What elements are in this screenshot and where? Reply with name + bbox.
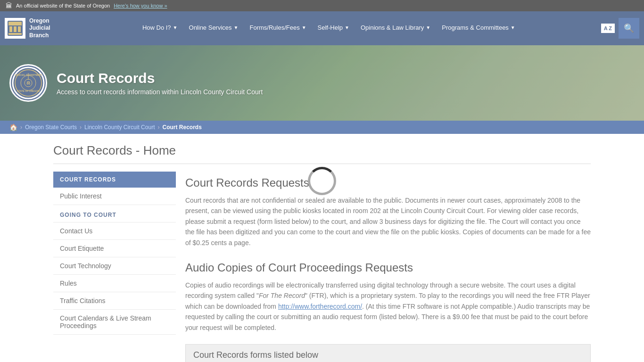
chevron-icon: ▼ <box>173 25 178 30</box>
section2-heading: Audio Copies of Court Proceedings Reques… <box>185 261 591 274</box>
chevron-icon: ▼ <box>511 25 515 30</box>
breadcrumb-current: Court Records <box>162 124 201 131</box>
breadcrumb-oregon-state-courts[interactable]: Oregon State Courts <box>25 124 77 131</box>
nav-self-help[interactable]: Self-Help ▼ <box>313 11 354 45</box>
language-button[interactable]: A︎ Z <box>601 24 615 33</box>
svg-rect-1 <box>8 22 22 25</box>
chevron-icon: ▼ <box>302 25 306 30</box>
top-bar: 🏛 An official website of the State of Or… <box>0 0 644 11</box>
table-section-heading: Court Records forms listed below <box>185 344 591 362</box>
ftr-link[interactable]: http://www.fortherecord.com/ <box>278 303 362 310</box>
svg-rect-5 <box>8 33 22 35</box>
section1-heading: Court Records Requests <box>185 176 591 189</box>
nav-programs-committees[interactable]: Programs & Committees ▼ <box>437 11 520 45</box>
breadcrumb: 🏠 › Oregon State Courts › Lincoln County… <box>0 121 644 134</box>
page-title: Court Records - Home <box>53 143 591 164</box>
hero-content: JUDICIAL DEPARTMENT STATE OF OREGON ⚖ Co… <box>0 45 644 121</box>
sidebar-section-court-records: COURT RECORDS <box>53 172 176 188</box>
sidebar-item-court-calendars[interactable]: Court Calendars & Live Stream Proceeding… <box>53 310 176 335</box>
logo-text: Oregon Judicial Branch <box>29 17 50 40</box>
chevron-icon: ▼ <box>426 25 430 30</box>
content-layout: COURT RECORDS Public Interest GOING TO C… <box>53 172 591 362</box>
sidebar-item-public-interest[interactable]: Public Interest <box>53 188 176 205</box>
chevron-icon: ▼ <box>234 25 239 30</box>
nav-forms-rules-fees[interactable]: Forms/Rules/Fees ▼ <box>245 11 311 45</box>
svg-rect-2 <box>9 26 12 32</box>
chevron-icon: ▼ <box>345 25 349 30</box>
breadcrumb-lincoln-county[interactable]: Lincoln County Circuit Court <box>84 124 155 131</box>
breadcrumb-sep: › <box>20 124 22 131</box>
court-seal: JUDICIAL DEPARTMENT STATE OF OREGON ⚖ <box>9 64 47 102</box>
section2-text: Copies of audio recordings will be elect… <box>185 280 591 333</box>
nav-items: How Do I? ▼ Online Services ▼ Forms/Rule… <box>57 11 601 45</box>
sidebar-section-going-to-court: GOING TO COURT <box>53 205 176 222</box>
logo-icon <box>5 18 25 39</box>
nav-opinions-law-library[interactable]: Opinions & Law Library ▼ <box>356 11 435 45</box>
sidebar-item-court-technology[interactable]: Court Technology <box>53 257 176 275</box>
section1-text: Court records that are not confidential … <box>185 195 591 248</box>
svg-rect-3 <box>14 26 17 32</box>
hero-text: Court Records Access to court records in… <box>57 70 263 96</box>
sidebar-item-rules[interactable]: Rules <box>53 275 176 292</box>
sidebar-item-court-etiquette[interactable]: Court Etiquette <box>53 240 176 257</box>
nav-online-services[interactable]: Online Services ▼ <box>184 11 243 45</box>
sidebar-item-contact-us[interactable]: Contact Us <box>53 222 176 240</box>
main-nav: Oregon Judicial Branch How Do I? ▼ Onlin… <box>0 11 644 45</box>
svg-text:STATE OF OREGON: STATE OF OREGON <box>17 90 40 92</box>
sidebar-item-traffic-citations[interactable]: Traffic Citations <box>53 292 176 310</box>
nav-how-do-i[interactable]: How Do I? ▼ <box>138 11 182 45</box>
home-icon[interactable]: 🏠 <box>9 123 17 131</box>
search-button[interactable]: 🔍 <box>619 18 639 39</box>
breadcrumb-sep: › <box>157 124 159 131</box>
flag-icon: 🏛 <box>6 2 12 9</box>
sidebar: COURT RECORDS Public Interest GOING TO C… <box>53 172 176 362</box>
nav-logo[interactable]: Oregon Judicial Branch <box>5 17 57 40</box>
main-content: Court Records Requests Court records tha… <box>185 172 591 362</box>
nav-right: A︎ Z 🔍 <box>601 18 639 39</box>
section2-italic: For The Record <box>259 292 305 299</box>
official-text: An official website of the State of Oreg… <box>16 3 110 8</box>
svg-text:⚖: ⚖ <box>26 81 30 85</box>
page-content: Court Records - Home COURT RECORDS Publi… <box>39 134 605 362</box>
svg-rect-4 <box>18 26 21 32</box>
search-icon: 🔍 <box>624 23 634 33</box>
hero-title: Court Records <box>57 70 263 86</box>
hero-banner: JUDICIAL DEPARTMENT STATE OF OREGON ⚖ Co… <box>0 45 644 121</box>
how-to-know-link[interactable]: Here's how you know » <box>114 3 167 8</box>
hero-subtitle: Access to court records information with… <box>57 88 263 96</box>
breadcrumb-sep: › <box>80 124 82 131</box>
